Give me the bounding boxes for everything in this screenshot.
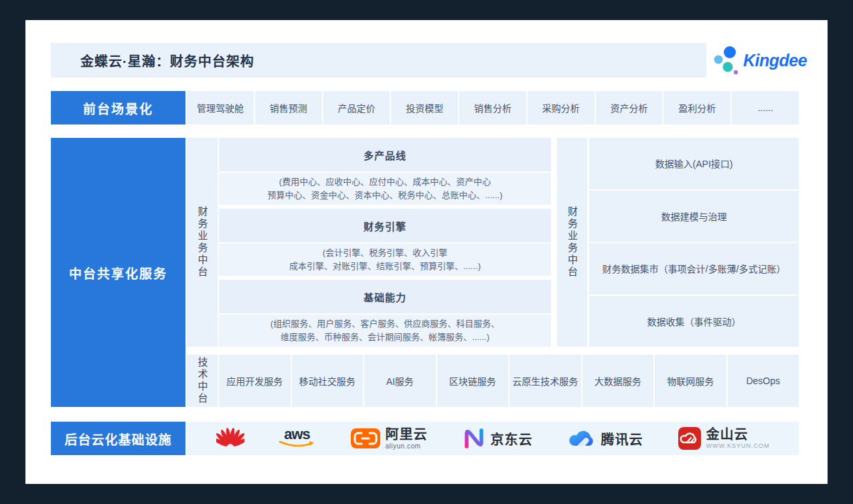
page-card: 金蝶云·星瀚：财务中台架构 Kingdee 前台场景化 管理驾驶舱 销售预测 产…	[25, 20, 828, 484]
ksyun-domain: WWW.KSYUN.COM	[706, 442, 770, 449]
tech-service-item: 物联网服务	[655, 355, 726, 407]
jdcloud-logo-icon	[462, 427, 486, 450]
aliyun-logo-icon	[350, 428, 381, 449]
finance-data-item: 数据建模与治理	[589, 191, 799, 242]
tech-platform-label: 技术中台	[187, 355, 218, 407]
jdcloud-name: 京东云	[491, 429, 533, 448]
page-title-bar: 金蝶云·星瀚：财务中台架构	[51, 43, 706, 78]
group-title: 基础能力	[219, 280, 551, 313]
vendor-jdcloud: 京东云	[462, 427, 533, 450]
front-scenario-item: ......	[732, 91, 799, 124]
group-title: 多产品线	[219, 138, 551, 171]
finance-business-groups: 多产品线 (费用中心、应收中心、应付中心、成本中心、资产中心 预算中心、资金中心…	[219, 138, 551, 347]
group-detail: (组织服务、用户服务、客户服务、供应商服务、科目服务、 维度服务、币种服务、会计…	[219, 315, 551, 347]
finance-data-items: 数据输入(API接口) 数据建模与治理 财务数据集市（事项会计/多账薄/多式记账…	[589, 138, 799, 347]
tech-service-item: 大数据服务	[583, 355, 654, 407]
finance-data-item: 数据收集（事件驱动）	[589, 296, 799, 347]
tech-service-item: 应用开发服务	[219, 355, 291, 407]
tech-service-item: DesOps	[728, 355, 799, 407]
finance-data-item: 数据输入(API接口)	[589, 138, 799, 189]
tech-service-item: AI服务	[364, 355, 436, 407]
finance-business-platform-label-right: 财务业务中台	[557, 138, 587, 347]
vendor-aws: aws	[279, 428, 316, 448]
vendor-ksyun: 金山云 WWW.KSYUN.COM	[678, 426, 770, 450]
finance-data-item: 财务数据集市（事项会计/多账薄/多式记账）	[589, 243, 799, 295]
tech-service-item: 云原生技术服务	[510, 355, 581, 407]
front-scenario-item: 销售分析	[459, 91, 526, 124]
vendor-huawei	[216, 426, 244, 450]
tech-service-list: 应用开发服务 移动社交服务 AI服务 区块链服务 云原生技术服务 大数据服务 物…	[219, 355, 799, 407]
kingdee-logo: Kingdee	[714, 41, 814, 79]
tech-service-item: 移动社交服务	[292, 355, 364, 407]
tech-service-item: 区块链服务	[437, 355, 509, 407]
kingdee-dots-icon	[714, 46, 739, 75]
finance-business-platform-label-left: 财务业务中台	[187, 138, 218, 347]
front-scenario-item: 产品定价	[323, 91, 390, 124]
aws-smile-icon	[279, 440, 316, 448]
group-detail: (会计引擎、税务引擎、收入引擎 成本引擎、对账引擎、结账引擎、预算引擎、....…	[219, 244, 551, 276]
vendor-tencent: 腾讯云	[567, 428, 643, 448]
front-scenario-list: 管理驾驶舱 销售预测 产品定价 投资模型 销售分析 采购分析 资产分析 盈利分析…	[187, 91, 799, 124]
ksyun-name: 金山云	[706, 427, 770, 442]
front-scenario-item: 销售预测	[255, 91, 322, 124]
front-scenario-item: 资产分析	[596, 91, 663, 124]
front-scenario-item: 采购分析	[528, 91, 595, 124]
cloud-vendor-strip: aws 阿里云 aliyun.com	[187, 422, 799, 455]
tencent-cloud-name: 腾讯云	[601, 429, 643, 448]
kingdee-wordmark: Kingdee	[743, 51, 807, 70]
aws-wordmark: aws	[284, 428, 310, 440]
vendor-aliyun: 阿里云 aliyun.com	[350, 427, 428, 450]
front-scenario-item: 管理驾驶舱	[187, 91, 254, 124]
ksyun-logo-icon	[678, 426, 702, 450]
front-layer-label: 前台场景化	[51, 91, 185, 124]
front-scenario-item: 盈利分析	[664, 91, 730, 124]
tencent-cloud-logo-icon	[567, 428, 597, 448]
infra-layer-label: 后台云化基础设施	[51, 422, 185, 455]
aliyun-domain: aliyun.com	[386, 442, 428, 450]
page-title: 金蝶云·星瀚：财务中台架构	[80, 51, 254, 70]
group-detail: (费用中心、应收中心、应付中心、成本中心、资产中心 预算中心、资金中心、资本中心…	[219, 173, 551, 205]
huawei-logo-icon	[216, 426, 244, 450]
front-scenario-item: 投资模型	[391, 91, 458, 124]
canvas: 金蝶云·星瀚：财务中台架构 Kingdee 前台场景化 管理驾驶舱 销售预测 产…	[0, 0, 853, 504]
group-title: 财务引擎	[219, 209, 551, 242]
middle-layer-label: 中台共享化服务	[51, 138, 185, 407]
aliyun-name: 阿里云	[386, 427, 428, 442]
